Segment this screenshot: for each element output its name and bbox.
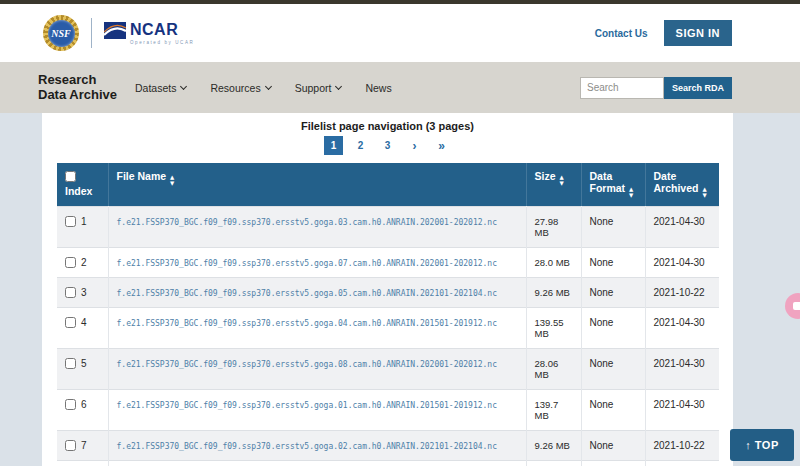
page-button-2[interactable]: 2 [351,136,370,155]
nsf-logo[interactable]: NSF [43,15,79,51]
nav-menu-item-label: Datasets [135,82,176,94]
page-button-3[interactable]: 3 [378,136,397,155]
search-input[interactable] [580,77,664,99]
filelist-pagination-title: Filelist page navigation (3 pages) [42,120,733,132]
nav-menu-item[interactable]: Support [295,82,342,94]
table-row: 8 f.e21.FSSP370_BGC.f09_f09.ssp370.ersst… [57,460,719,466]
ncar-logo-text: NCAR [130,21,178,39]
file-name-link[interactable]: f.e21.FSSP370_BGC.f09_f09.ssp370.ersstv5… [108,277,526,307]
nav-menu-item[interactable]: News [365,82,391,94]
nav-menu-item-label: News [365,82,391,94]
row-checkbox[interactable] [65,287,76,298]
sort-icon[interactable]: ▲▼ [629,187,633,199]
brand-line2: Data Archive [38,88,117,103]
file-name-link[interactable]: f.e21.FSSP370_BGC.f09_f09.ssp370.ersstv5… [108,460,526,466]
row-index: 2 [81,257,87,268]
logo-divider [91,18,92,48]
file-size: 28.0 MB [526,247,581,277]
data-format: None [581,389,645,430]
file-name-link[interactable]: f.e21.FSSP370_BGC.f09_f09.ssp370.ersstv5… [108,389,526,430]
last-page-button[interactable]: » [432,136,451,155]
site-header: NSF NCAR Operated by UCAR Contact Us SIG… [0,4,800,62]
file-name-link[interactable]: f.e21.FSSP370_BGC.f09_f09.ssp370.ersstv5… [108,307,526,348]
row-index: 6 [81,399,87,410]
feedback-button[interactable] [785,293,800,319]
row-checkbox[interactable] [65,358,76,369]
date-archived: 2021-04-30 [645,389,719,430]
table-row: 7 f.e21.FSSP370_BGC.f09_f09.ssp370.ersst… [57,430,719,460]
file-size: 139.7 MB [526,389,581,430]
site-brand[interactable]: Research Data Archive [38,73,117,103]
table-header-row: Index File Name▲▼ Size▲▼ Data Format▲▼ D… [57,163,719,206]
nav-menu-item-label: Support [295,82,332,94]
chevron-down-icon [180,82,187,89]
row-checkbox[interactable] [65,216,76,227]
table-row: 2 f.e21.FSSP370_BGC.f09_f09.ssp370.ersst… [57,247,719,277]
data-format: None [581,348,645,389]
nav-menu-item-label: Resources [210,82,260,94]
contact-us-link[interactable]: Contact Us [595,28,648,39]
date-archived: 2021-04-30 [645,460,719,466]
column-header-date-archived[interactable]: Date Archived▲▼ [645,163,719,206]
column-header-data-format[interactable]: Data Format▲▼ [581,163,645,206]
data-format: None [581,247,645,277]
search-rda-button[interactable]: Search RDA [664,77,732,99]
nav-items: Datasets Resources Support News [135,82,392,94]
date-archived: 2021-10-22 [645,277,719,307]
file-name-link[interactable]: f.e21.FSSP370_BGC.f09_f09.ssp370.ersstv5… [108,430,526,460]
nav-menu-item[interactable]: Datasets [135,82,186,94]
date-archived-header-label: Date Archived [654,170,699,194]
row-index: 1 [81,216,87,227]
nav-menu-item[interactable]: Resources [210,82,270,94]
index-cell: 2 [57,247,108,277]
data-format-header-label: Data Format [590,170,626,194]
table-row: 4 f.e21.FSSP370_BGC.f09_f09.ssp370.ersst… [57,307,719,348]
sort-icon[interactable]: ▲▼ [702,187,706,199]
column-header-size[interactable]: Size▲▼ [526,163,581,206]
table-row: 1 f.e21.FSSP370_BGC.f09_f09.ssp370.ersst… [57,206,719,247]
date-archived: 2021-04-30 [645,348,719,389]
nav-search: Search RDA [580,77,732,99]
column-header-index[interactable]: Index [57,163,108,206]
next-page-button[interactable]: › [405,136,424,155]
ncar-logo[interactable]: NCAR Operated by UCAR [104,21,194,45]
ncar-logo-subtext: Operated by UCAR [130,40,194,45]
table-row: 3 f.e21.FSSP370_BGC.f09_f09.ssp370.ersst… [57,277,719,307]
column-header-file-name[interactable]: File Name▲▼ [108,163,526,206]
index-cell: 7 [57,430,108,460]
chat-bubble-icon [793,302,800,310]
file-name-header-label: File Name [117,170,167,182]
file-size: 28.06 MB [526,348,581,389]
index-cell: 8 [57,460,108,466]
row-checkbox[interactable] [65,317,76,328]
size-header-label: Size [535,170,556,182]
brand-line1: Research [38,73,117,88]
table-row: 5 f.e21.FSSP370_BGC.f09_f09.ssp370.ersst… [57,348,719,389]
main-navbar: Research Data Archive Datasets Resources… [0,62,800,113]
row-checkbox[interactable] [65,399,76,410]
data-format: None [581,430,645,460]
page-button-1[interactable]: 1 [324,136,343,155]
file-name-link[interactable]: f.e21.FSSP370_BGC.f09_f09.ssp370.ersstv5… [108,247,526,277]
data-format: None [581,206,645,247]
row-index: 5 [81,358,87,369]
index-cell: 6 [57,389,108,430]
back-to-top-button[interactable]: ↑ TOP [730,429,794,461]
sort-icon[interactable]: ▲▼ [170,175,174,187]
row-checkbox[interactable] [65,440,76,451]
index-cell: 3 [57,277,108,307]
nsf-logo-text: NSF [48,20,75,47]
select-all-checkbox[interactable] [65,171,76,182]
logo-group: NSF NCAR Operated by UCAR [43,15,194,51]
file-size: 27.98 MB [526,206,581,247]
file-name-link[interactable]: f.e21.FSSP370_BGC.f09_f09.ssp370.ersstv5… [108,348,526,389]
row-index: 7 [81,440,87,451]
date-archived: 2021-10-22 [645,430,719,460]
data-format: None [581,277,645,307]
row-checkbox[interactable] [65,257,76,268]
file-name-link[interactable]: f.e21.FSSP370_BGC.f09_f09.ssp370.ersstv5… [108,206,526,247]
sign-in-button[interactable]: SIGN IN [664,20,732,46]
data-format: None [581,460,645,466]
chevron-down-icon [335,82,342,89]
sort-icon[interactable]: ▲▼ [560,175,564,187]
